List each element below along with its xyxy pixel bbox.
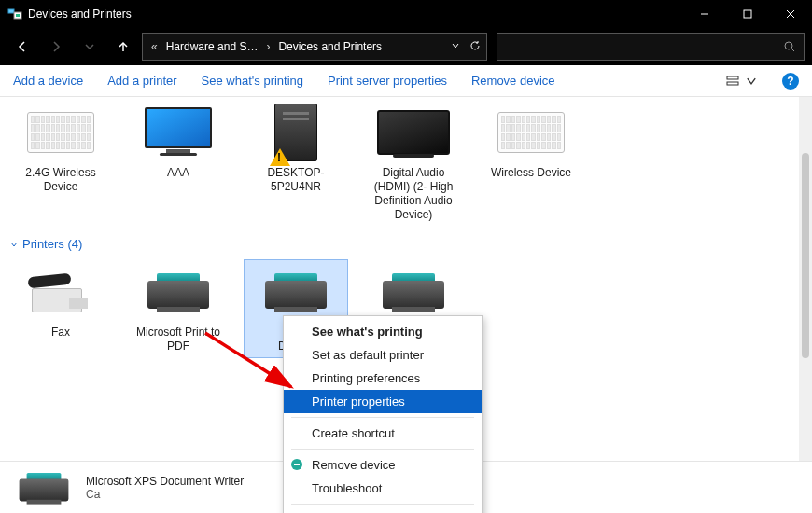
help-button[interactable]: ? — [782, 73, 799, 90]
menu-separator — [291, 417, 474, 418]
svg-rect-11 — [727, 82, 738, 85]
chevron-right-icon: › — [263, 40, 273, 53]
section-printers-header[interactable]: Printers (4) — [0, 231, 812, 256]
device-label: DESKTOP-5P2U4NR — [248, 166, 343, 194]
close-button[interactable] — [769, 0, 812, 28]
display-icon — [377, 110, 450, 155]
menu-set-default[interactable]: Set as default printer — [284, 343, 482, 367]
printer-item-fax[interactable]: Fax — [13, 264, 108, 340]
up-button[interactable] — [108, 32, 138, 62]
forward-button[interactable] — [41, 32, 71, 62]
printer-label: Microsoft Print to PDF — [131, 326, 226, 354]
device-item[interactable]: Digital Audio (HDMI) (2- High Definition… — [366, 104, 461, 222]
svg-rect-10 — [727, 76, 738, 79]
printer-icon — [265, 271, 327, 312]
keyboard-icon — [27, 112, 94, 153]
window-title: Devices and Printers — [28, 7, 132, 21]
cmd-add-device[interactable]: Add a device — [13, 74, 83, 88]
search-icon — [783, 40, 796, 53]
device-label: 2.4G Wireless Device — [13, 166, 108, 194]
minimize-button[interactable] — [683, 0, 726, 28]
menu-properties[interactable]: Properties — [284, 508, 482, 513]
command-bar: Add a device Add a printer See what's pr… — [0, 65, 812, 97]
device-item[interactable]: DESKTOP-5P2U4NR — [248, 104, 343, 194]
svg-rect-4 — [744, 10, 751, 18]
devices-grid: 2.4G Wireless Device AAA DESKTOP-5P2U4NR… — [0, 97, 812, 231]
chevron-left-icon: « — [148, 40, 161, 53]
cmd-server-properties[interactable]: Print server properties — [328, 74, 447, 88]
refresh-icon[interactable] — [469, 40, 481, 54]
device-item[interactable]: Wireless Device — [483, 104, 579, 180]
menu-separator — [291, 449, 474, 450]
menu-see-printing[interactable]: See what's printing — [284, 320, 482, 343]
details-name: Microsoft XPS Document Writer — [86, 475, 244, 488]
device-item[interactable]: AAA — [131, 104, 226, 180]
breadcrumb-parent[interactable]: Hardware and S… — [166, 40, 259, 53]
printer-item-pdf[interactable]: Microsoft Print to PDF — [131, 264, 226, 354]
device-label: Digital Audio (HDMI) (2- High Definition… — [366, 166, 461, 222]
device-item[interactable]: 2.4G Wireless Device — [13, 104, 108, 194]
titlebar: Devices and Printers — [0, 0, 812, 28]
navbar: « Hardware and S… › Devices and Printers — [0, 28, 812, 65]
printer-icon — [20, 471, 69, 504]
details-category: Ca — [86, 488, 244, 501]
section-printers-label: Printers (4) — [22, 237, 82, 251]
svg-point-8 — [785, 42, 792, 49]
back-button[interactable] — [7, 32, 37, 62]
monitor-icon — [145, 107, 212, 158]
printer-icon — [383, 271, 444, 312]
svg-rect-2 — [16, 14, 20, 17]
menu-remove-device[interactable]: Remove device — [284, 453, 482, 477]
address-bar[interactable]: « Hardware and S… › Devices and Printers — [142, 33, 487, 61]
remove-icon — [289, 457, 304, 472]
scrollbar-thumb[interactable] — [802, 153, 809, 358]
device-label: Wireless Device — [491, 166, 571, 180]
menu-printing-prefs[interactable]: Printing preferences — [284, 367, 482, 390]
scrollbar[interactable] — [799, 97, 812, 461]
device-label: AAA — [167, 166, 189, 180]
menu-printer-properties[interactable]: Printer properties — [284, 390, 482, 413]
pc-icon — [274, 104, 317, 161]
context-menu: See what's printing Set as default print… — [283, 315, 483, 513]
view-mode-button[interactable] — [726, 75, 758, 88]
menu-separator — [291, 504, 474, 505]
printer-icon — [147, 271, 209, 312]
search-input[interactable] — [497, 33, 805, 61]
window-icon — [7, 7, 22, 21]
menu-troubleshoot[interactable]: Troubleshoot — [284, 477, 482, 500]
svg-line-9 — [791, 49, 794, 51]
keyboard-icon — [497, 112, 565, 153]
printer-label: Fax — [51, 326, 70, 340]
warning-icon — [270, 148, 290, 166]
chevron-down-icon — [9, 240, 19, 249]
recent-dropdown[interactable] — [75, 32, 105, 62]
fax-icon — [28, 271, 93, 312]
maximize-button[interactable] — [726, 0, 769, 28]
menu-create-shortcut[interactable]: Create shortcut — [284, 422, 482, 445]
cmd-add-printer[interactable]: Add a printer — [107, 74, 176, 88]
cmd-remove-device[interactable]: Remove device — [471, 74, 555, 88]
svg-rect-0 — [8, 9, 14, 13]
chevron-down-icon — [745, 75, 758, 88]
breadcrumb-current[interactable]: Devices and Printers — [278, 40, 382, 53]
cmd-see-printing[interactable]: See what's printing — [202, 74, 303, 88]
history-dropdown-icon[interactable] — [451, 40, 460, 54]
